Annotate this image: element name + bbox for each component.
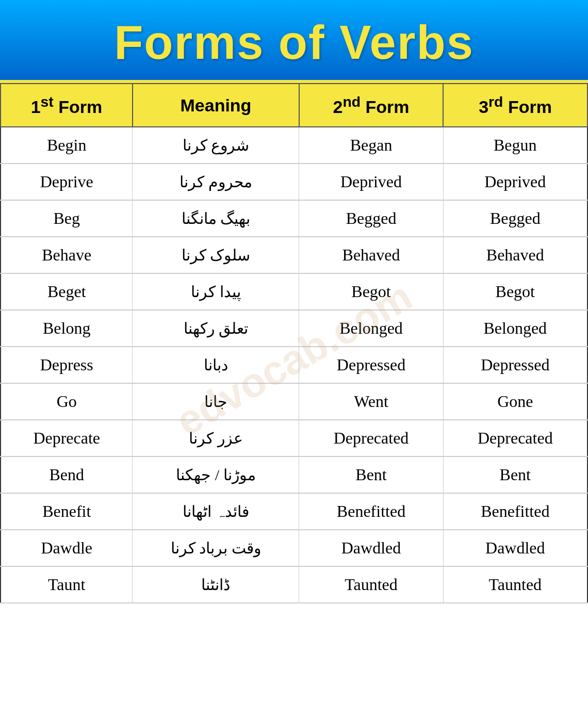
table-header-row: 1st Form Meaning 2nd Form 3rd Form [1,84,587,127]
cell-meaning: سلوک کرنا [133,237,299,273]
cell-form1: Dawdle [1,530,133,566]
cell-meaning: پیدا کرنا [133,273,299,310]
cell-form1: Beget [1,273,133,310]
col-header-form3: 3rd Form [443,84,587,127]
cell-form3: Gone [443,383,587,420]
cell-form1: Deprive [1,164,133,200]
cell-meaning: دبانا [133,347,299,383]
cell-form3: Depressed [443,347,587,383]
table-row: Depriveمحروم کرناDeprivedDeprived [1,164,587,200]
cell-meaning: تعلق رکھنا [133,310,299,347]
cell-form1: Belong [1,310,133,347]
cell-form1: Deprecate [1,420,133,456]
cell-meaning: وقت برباد کرنا [133,530,299,566]
table-row: Beginشروع کرناBeganBegun [1,127,587,164]
cell-form2: Behaved [299,237,443,273]
table-row: Belongتعلق رکھناBelongedBelonged [1,310,587,347]
cell-meaning: موڑنا / جھکنا [133,456,299,493]
cell-form2: Begged [299,200,443,237]
page-title: Forms of Verbs [10,15,578,70]
cell-form2: Went [299,383,443,420]
cell-form2: Benefitted [299,493,443,530]
table-row: Benefitفائدہ اٹھاناBenefittedBenefitted [1,493,587,530]
cell-meaning: عزر کرنا [133,420,299,456]
cell-form1: Beg [1,200,133,237]
cell-form3: Benefitted [443,493,587,530]
col-header-form2: 2nd Form [299,84,443,127]
page-header: Forms of Verbs [0,0,588,83]
cell-meaning: فائدہ اٹھانا [133,493,299,530]
cell-form1: Benefit [1,493,133,530]
table-row: DepressدباناDepressedDepressed [1,347,587,383]
cell-meaning: محروم کرنا [133,164,299,200]
cell-form1: Depress [1,347,133,383]
cell-form3: Behaved [443,237,587,273]
cell-form3: Belonged [443,310,587,347]
cell-form3: Begged [443,200,587,237]
cell-form1: Behave [1,237,133,273]
table-row: Dawdleوقت برباد کرناDawdledDawdled [1,530,587,566]
cell-form3: Deprecated [443,420,587,456]
cell-meaning: بھیگ مانگنا [133,200,299,237]
cell-form2: Dawdled [299,530,443,566]
cell-form2: Depressed [299,347,443,383]
table-row: Begبھیگ مانگناBeggedBegged [1,200,587,237]
cell-form2: Began [299,127,443,164]
cell-form1: Go [1,383,133,420]
cell-form1: Taunt [1,566,133,603]
cell-form3: Begot [443,273,587,310]
cell-form1: Begin [1,127,133,164]
table-container: 1st Form Meaning 2nd Form 3rd Form Begin… [0,83,588,603]
cell-form3: Dawdled [443,530,587,566]
cell-form2: Begot [299,273,443,310]
cell-form1: Bend [1,456,133,493]
cell-meaning: شروع کرنا [133,127,299,164]
cell-form2: Taunted [299,566,443,603]
cell-form3: Begun [443,127,587,164]
col-header-meaning: Meaning [133,84,299,127]
table-body: Beginشروع کرناBeganBegunDepriveمحروم کرن… [1,127,587,603]
table-row: GoجاناWentGone [1,383,587,420]
cell-form3: Deprived [443,164,587,200]
cell-form2: Deprived [299,164,443,200]
table-row: Begetپیدا کرناBegotBegot [1,273,587,310]
table-row: Deprecateعزر کرناDeprecatedDeprecated [1,420,587,456]
cell-meaning: ڈانٹنا [133,566,299,603]
cell-form3: Taunted [443,566,587,603]
table-row: TauntڈانٹناTauntedTaunted [1,566,587,603]
cell-form2: Bent [299,456,443,493]
col-header-form1: 1st Form [1,84,133,127]
table-row: Bendموڑنا / جھکناBentBent [1,456,587,493]
cell-meaning: جانا [133,383,299,420]
cell-form3: Bent [443,456,587,493]
verbs-table: 1st Form Meaning 2nd Form 3rd Form Begin… [0,83,588,603]
table-row: Behaveسلوک کرناBehavedBehaved [1,237,587,273]
cell-form2: Deprecated [299,420,443,456]
cell-form2: Belonged [299,310,443,347]
